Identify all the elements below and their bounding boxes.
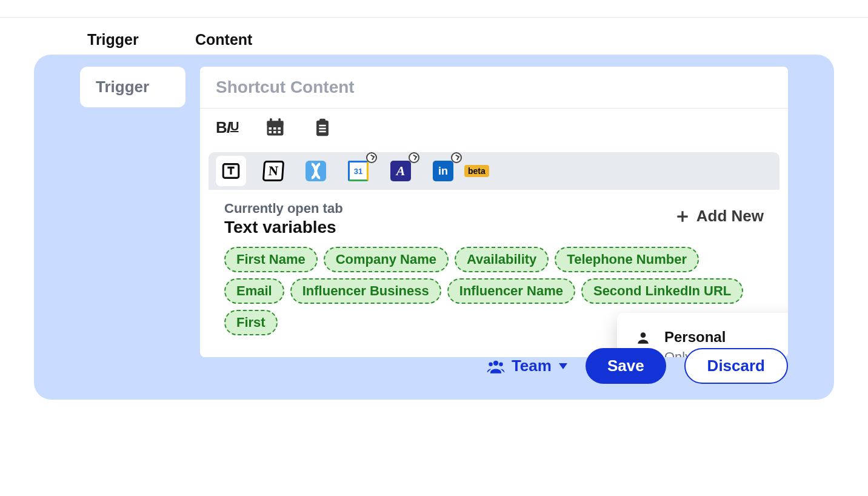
svg-rect-8 [273, 131, 276, 133]
variable-token[interactable]: Company Name [324, 247, 449, 272]
svg-rect-2 [270, 118, 272, 123]
tab-text[interactable] [216, 156, 246, 186]
svg-rect-14 [319, 131, 326, 133]
variable-token[interactable]: Second LinkedIn URL [581, 278, 743, 304]
svg-rect-12 [319, 125, 326, 127]
svg-rect-3 [279, 118, 281, 123]
header-content: Content [195, 31, 252, 49]
svg-point-16 [641, 332, 646, 338]
popover-personal-title: Personal [664, 329, 726, 346]
svg-rect-13 [319, 128, 326, 130]
chevron-down-icon [559, 363, 567, 369]
svg-point-22 [499, 362, 503, 366]
clipboard-icon[interactable] [312, 116, 333, 139]
svg-rect-9 [278, 131, 281, 133]
asana-icon: A [390, 161, 411, 181]
calendar-icon[interactable] [264, 116, 287, 138]
footer-actions: Team Save Discard [486, 348, 788, 384]
variable-token[interactable]: First Name [224, 247, 318, 272]
tab-notion[interactable]: N [258, 156, 289, 186]
tab-asana[interactable]: A [386, 156, 416, 186]
team-icon [486, 358, 506, 374]
team-dropdown-label: Team [512, 357, 552, 375]
content-editor: BIU N [200, 67, 788, 357]
svg-rect-11 [320, 119, 326, 122]
add-new-button[interactable]: Add New [675, 207, 764, 226]
svg-rect-5 [273, 127, 276, 130]
linkedin-icon: in [433, 161, 453, 181]
discard-button[interactable]: Discard [684, 348, 788, 384]
svg-rect-7 [269, 131, 272, 133]
svg-rect-6 [278, 127, 281, 130]
format-toolbar: BIU [200, 109, 788, 144]
team-dropdown-button[interactable]: Team [486, 357, 567, 375]
shortcut-icon [305, 161, 326, 181]
google-calendar-icon: 31 [348, 161, 369, 181]
column-headers: Trigger Content [34, 18, 834, 55]
variable-token[interactable]: Influencer Name [447, 278, 575, 304]
add-new-label: Add New [696, 207, 764, 226]
trigger-input-box[interactable]: Trigger [80, 67, 185, 107]
svg-rect-4 [269, 127, 272, 130]
svg-point-21 [489, 362, 493, 366]
editor-panel: Trigger BIU [34, 55, 834, 400]
notion-icon: N [262, 161, 284, 181]
variable-token[interactable]: Influencer Business [290, 278, 441, 304]
plus-icon [675, 209, 690, 224]
svg-rect-1 [267, 121, 284, 126]
trigger-placeholder: Trigger [96, 78, 149, 96]
variable-token[interactable]: Availability [455, 247, 549, 272]
integration-tabs: N 31 A in [209, 152, 780, 190]
beta-badge: beta [464, 165, 489, 177]
variable-token[interactable]: Email [224, 278, 284, 304]
recent-badge-icon [409, 152, 419, 163]
recent-badge-icon [451, 152, 462, 163]
bold-italic-underline-button[interactable]: BIU [216, 118, 238, 137]
tab-shortcut[interactable] [301, 156, 331, 186]
variable-token[interactable]: Telephone Number [555, 247, 699, 272]
save-button[interactable]: Save [586, 348, 666, 384]
content-input[interactable] [200, 67, 788, 108]
header-trigger: Trigger [87, 31, 195, 49]
recent-badge-icon [366, 152, 377, 163]
svg-point-20 [493, 360, 498, 365]
tab-linkedin[interactable]: in [428, 156, 458, 186]
variable-token[interactable]: First [224, 310, 278, 335]
tab-google-calendar[interactable]: 31 [343, 156, 373, 186]
